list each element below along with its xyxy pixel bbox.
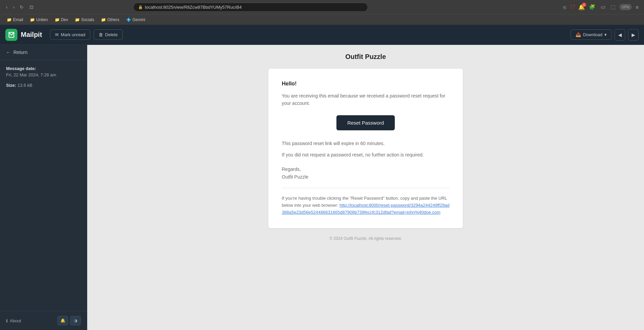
download-button[interactable]: 📥 Download ▾ [571,29,612,40]
download-chevron-icon: ▾ [604,32,607,37]
message-date-label: Message date: [6,66,81,71]
lock-icon: 🔒 [138,5,143,9]
folder-icon: 📁 [75,17,80,22]
bookmark-gemini[interactable]: 💠Gemini [123,17,148,23]
header-actions: ✉ Mark unread 🗑 Delete [50,29,123,40]
bookmark-label: Uniten [36,17,48,22]
extensions-button[interactable]: 🧩 [588,3,597,11]
delete-icon: 🗑 [99,32,103,37]
return-icon: ← [6,50,11,55]
sidebar: ← Return Message date: Fri, 22 Mar 2024,… [0,45,87,330]
size-label: Size: [6,83,16,88]
mark-unread-icon: ✉ [55,32,59,37]
forward-button[interactable]: › [11,3,17,11]
sidebar-bottom-actions: 🔔 ◑ [57,316,81,325]
prev-email-button[interactable]: ◀ [614,29,625,41]
sidebar-bottom: ℹ About 🔔 ◑ [0,311,87,330]
shield-icon: 🛡 [570,4,576,10]
gem-icon: 💠 [126,17,131,22]
bookmark-button[interactable]: ⊡ [28,3,35,11]
folder-icon: 📁 [101,17,106,22]
folder-icon: 📁 [55,17,60,22]
back-button[interactable]: ‹ [4,3,10,11]
theme-toggle-button[interactable]: ◑ [70,316,81,325]
address-text: localhost:8025/view/R8Zcw87BbdYUMy57Rucr… [145,5,241,10]
screenshot-button[interactable]: ⬚ [609,3,617,11]
bookmark-others[interactable]: 📁Others [98,17,122,23]
bookmark-label: Email [13,17,23,22]
main-layout: ← Return Message date: Fri, 22 Mar 2024,… [0,45,644,330]
content-area: Outfit Puzzle Hello! You are receiving t… [87,45,644,330]
return-button[interactable]: ← Return [0,45,87,60]
copyright: © 2024 Outfit Puzzle. All rights reserve… [101,236,631,248]
header-right: 📥 Download ▾ ◀ ▶ [571,29,639,41]
folder-icon: 📁 [7,17,12,22]
notif-badge: 1 [582,3,586,7]
notification-icon[interactable]: 🔔1 [578,4,585,10]
folder-icon: 📁 [30,17,35,22]
download-icon: 📥 [576,32,581,37]
address-bar[interactable]: 🔒 localhost:8025/view/R8Zcw87BbdYUMy57Ru… [133,3,368,12]
email-expiry-text: This password reset link will expire in … [282,140,449,147]
info-icon: ℹ [6,318,8,323]
email-no-action-text: If you did not request a password reset,… [282,151,449,158]
bookmark-dev[interactable]: 📁Dev [52,17,71,23]
bookmark-label: Gemini [132,17,145,22]
app-logo: Mailpit [5,29,42,41]
email-card: Hello! You are receiving this email beca… [268,69,463,228]
bookmark-uniten[interactable]: 📁Uniten [27,17,51,23]
logo-icon [5,29,17,41]
menu-button[interactable]: ≡ [634,3,640,11]
sidebar-toggle-button[interactable]: ▭ [599,3,607,11]
bookmarks-bar: 📁Email📁Uniten📁Dev📁Socials📁Others💠Gemini [0,14,644,25]
delete-button[interactable]: 🗑 Delete [94,29,123,40]
reset-button-wrapper: Reset Password [282,115,449,130]
refresh-button[interactable]: ↻ [18,3,25,11]
email-greeting: Hello! [282,81,449,87]
sidebar-info: Message date: Fri, 22 Mar 2024, 7:28 am … [0,60,87,311]
size-value: 13.6 kB [17,83,32,89]
app-header: Mailpit ✉ Mark unread 🗑 Delete 📥 Downloa… [0,25,644,45]
email-footer-text: If you're having trouble clicking the "R… [282,195,449,216]
reset-password-button[interactable]: Reset Password [336,115,394,130]
bookmark-socials[interactable]: 📁Socials [72,17,97,23]
vpn-badge: VPN [620,4,632,10]
notification-settings-button[interactable]: 🔔 [57,316,68,325]
about-link[interactable]: ℹ About [6,318,21,323]
mark-unread-button[interactable]: ✉ Mark unread [50,29,90,40]
bookmark-email[interactable]: 📁Email [4,17,26,23]
next-email-button[interactable]: ▶ [628,29,639,41]
email-regards: Regards, Outfit Puzzle [282,166,449,182]
bookmark-label: Others [107,17,119,22]
app-title: Mailpit [21,31,42,39]
email-intro-text: You are receiving this email because we … [282,92,449,107]
size-info: Size: 13.6 kB [6,83,81,89]
email-title: Outfit Puzzle [101,53,631,61]
email-divider [282,188,449,188]
bookmark-label: Dev [61,17,68,22]
bookmark-label: Socials [81,17,94,22]
message-date-value: Fri, 22 Mar 2024, 7:28 am [6,72,81,77]
share-button[interactable]: ⎋ [562,3,568,11]
